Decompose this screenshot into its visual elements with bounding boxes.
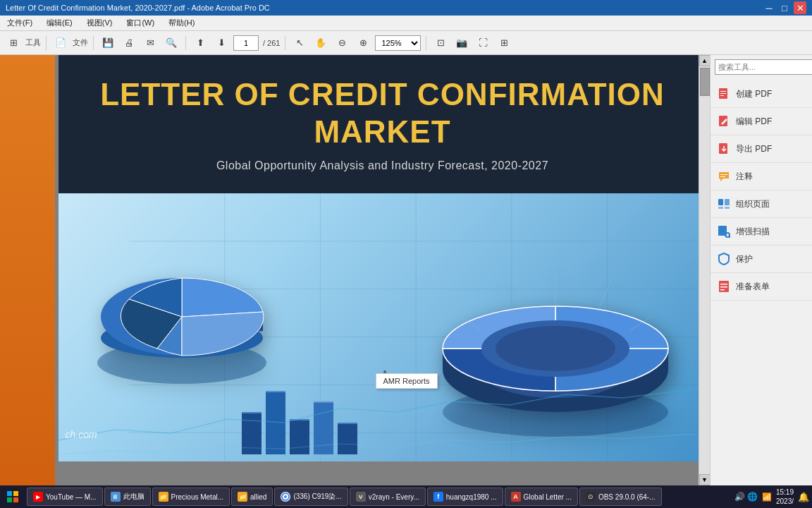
taskbar: ▶ YouTube — M... 🖥 此电脑 📁 Precious Metal.… <box>0 485 812 508</box>
taskbar-btn-precious[interactable]: 📁 Precious Metal... <box>152 488 230 506</box>
prepare-form-icon <box>716 279 732 294</box>
svg-point-46 <box>284 495 287 498</box>
menu-item-edit[interactable]: 编辑(E) <box>44 18 75 28</box>
v2rayn-taskbar-label: v2rayn - Every... <box>369 493 419 501</box>
obs-taskbar-label: OBS 29.0.0 (64-... <box>598 493 656 501</box>
hand-tool-button[interactable]: ✋ <box>312 35 330 52</box>
allied-taskbar-icon: 📁 <box>238 492 247 502</box>
search-button[interactable]: 🔍 <box>162 35 180 52</box>
precious-taskbar-icon: 📁 <box>159 492 168 502</box>
edit-pdf-icon <box>716 114 732 129</box>
page-number-input[interactable]: 1 <box>233 35 259 51</box>
zoom-out-button[interactable]: ⊖ <box>333 35 351 52</box>
pdf-chart-area: AMR Reports ch.com ↖ <box>59 193 707 461</box>
zoom-in-button[interactable]: ⊕ <box>354 35 372 52</box>
pdf-area[interactable]: LETTER OF CREDIT CONFIRMATION MARKET Glo… <box>55 55 710 485</box>
right-panel-export-pdf[interactable]: 导出 PDF <box>710 135 812 163</box>
tools-label: 工具 <box>25 37 41 48</box>
maximize-btn[interactable]: □ <box>778 1 791 14</box>
pdf-page: LETTER OF CREDIT CONFIRMATION MARKET Glo… <box>59 55 707 461</box>
zoom-in-icon: ⊕ <box>359 37 367 48</box>
crop-button[interactable]: ⊡ <box>431 35 450 52</box>
prev-page-button[interactable]: ⬆ <box>191 35 209 52</box>
create-pdf-icon <box>716 86 732 102</box>
watermark-text: ch.com <box>66 429 97 440</box>
right-panel-protect[interactable]: 保护 <box>710 246 812 273</box>
edit-pdf-label: 编辑 PDF <box>736 116 772 128</box>
scroll-down-button[interactable]: ▼ <box>699 474 710 485</box>
scroll-thumb[interactable] <box>700 68 710 96</box>
svg-rect-43 <box>7 497 12 502</box>
pdf-title: LETTER OF CREDIT CONFIRMATION MARKET <box>87 76 679 151</box>
right-panel-prepare-form[interactable]: 准备表单 <box>710 273 812 301</box>
print-icon: 🖨 <box>125 37 134 48</box>
left-strip <box>0 55 55 485</box>
taskbar-btn-huangzq[interactable]: f huangzq1980 ... <box>427 488 503 506</box>
file-button[interactable]: 📄 <box>51 35 70 52</box>
select-icon: ↖ <box>296 37 304 48</box>
select-tool-button[interactable]: ↖ <box>290 35 309 52</box>
zoom-out-icon: ⊖ <box>338 37 346 48</box>
explorer-taskbar-label: 此电脑 <box>123 492 144 502</box>
right-panel-enhance[interactable]: 增强扫描 <box>710 218 812 246</box>
huangzq-taskbar-label: huangzq1980 ... <box>446 493 497 501</box>
tools-button[interactable]: ⊞ <box>4 35 23 52</box>
close-btn[interactable]: ✕ <box>794 1 806 14</box>
next-page-button[interactable]: ⬇ <box>212 35 230 52</box>
svg-line-18 <box>598 278 612 312</box>
svg-line-36 <box>729 236 730 238</box>
menu-item-file[interactable]: 文件(F) <box>4 18 35 28</box>
clock-date: 2023/ <box>776 497 794 506</box>
menu-item-help[interactable]: 帮助(H) <box>166 18 197 28</box>
email-icon: ✉ <box>147 37 154 48</box>
svg-point-16 <box>496 326 615 371</box>
sep2 <box>93 36 94 50</box>
taskbar-btn-youtube[interactable]: ▶ YouTube — M... <box>27 488 103 506</box>
comment-icon <box>716 169 732 184</box>
print-button[interactable]: 🖨 <box>120 35 138 52</box>
windows-icon <box>6 490 19 503</box>
menu-item-window[interactable]: 窗口(W) <box>123 18 157 28</box>
email-button[interactable]: ✉ <box>141 35 159 52</box>
taskbar-btn-global[interactable]: A Global Letter ... <box>505 488 578 506</box>
menu-item-view[interactable]: 视图(V) <box>84 18 116 28</box>
fullscreen-button[interactable]: ⛶ <box>474 35 492 52</box>
start-button[interactable] <box>3 488 23 506</box>
crop-icon: ⊡ <box>437 37 445 48</box>
minimize-btn[interactable]: ─ <box>763 1 775 14</box>
right-panel-edit-pdf[interactable]: 编辑 PDF <box>710 108 812 135</box>
right-panel-create-pdf[interactable]: 创建 PDF <box>710 80 812 108</box>
taskbar-btn-allied[interactable]: 📁 allied <box>231 488 273 506</box>
right-panel-comment[interactable]: 注释 <box>710 163 812 190</box>
svg-rect-31 <box>725 199 730 205</box>
pdf-subtitle: Global Opportunity Analysis and Industry… <box>87 159 679 172</box>
svg-rect-27 <box>719 143 727 154</box>
clock[interactable]: 15:19 2023/ <box>776 488 794 506</box>
vertical-scrollbar[interactable]: ▲ ▼ <box>699 55 710 485</box>
enhance-label: 增强扫描 <box>736 226 770 238</box>
right-search-input[interactable] <box>715 59 812 75</box>
enhance-icon <box>716 224 732 239</box>
svg-rect-33 <box>725 207 730 209</box>
protect-label: 保护 <box>736 253 753 265</box>
page-total: / 261 <box>263 39 280 47</box>
taskbar-btn-obs[interactable]: ⊙ OBS 29.0.0 (64-... <box>579 488 662 506</box>
allied-taskbar-label: allied <box>250 493 266 501</box>
chrome-taskbar-icon <box>281 492 290 502</box>
prev-page-icon: ⬆ <box>197 37 204 48</box>
title-bar: Letter Of Credit Confirmation Market, 20… <box>0 0 812 16</box>
right-panel-organize[interactable]: 组织页面 <box>710 190 812 218</box>
snapshot-button[interactable]: 📷 <box>453 35 471 52</box>
scroll-up-button[interactable]: ▲ <box>699 55 710 66</box>
taskbar-btn-v2rayn[interactable]: V v2rayn - Every... <box>350 488 426 506</box>
zoom-select[interactable]: 125% 100% 75% 150% 200% <box>375 35 421 51</box>
sep4 <box>285 36 285 50</box>
extra-button[interactable]: ⊞ <box>495 35 513 52</box>
sep1 <box>46 36 47 50</box>
obs-taskbar-icon: ⊙ <box>586 492 596 502</box>
taskbar-btn-explorer[interactable]: 🖥 此电脑 <box>104 488 151 506</box>
taskbar-btn-chrome[interactable]: (336) C919染... <box>274 488 347 506</box>
battery-icon: 📶 <box>762 492 772 502</box>
save-button[interactable]: 💾 <box>99 35 117 52</box>
notification-btn[interactable]: 🔔 <box>798 492 809 502</box>
